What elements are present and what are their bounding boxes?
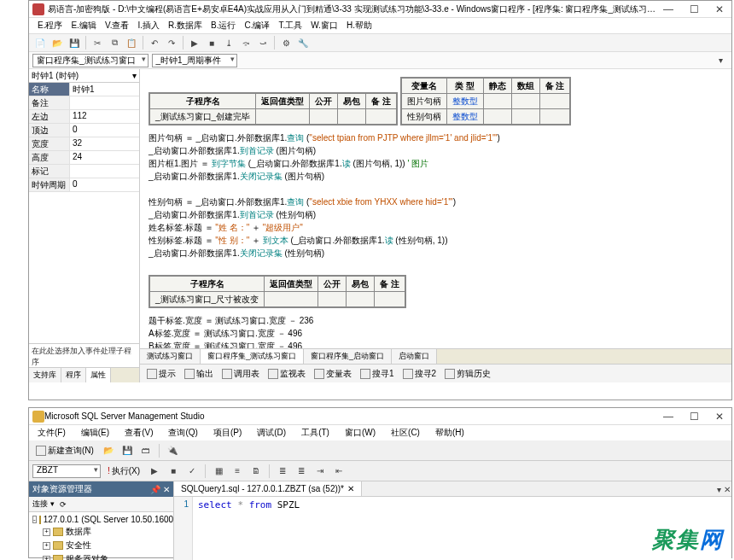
menu-tools[interactable]: 工具(T): [298, 426, 333, 440]
stepover-icon[interactable]: ⤼: [238, 35, 253, 50]
minimize-button[interactable]: —: [660, 411, 677, 423]
tab-start-module[interactable]: 窗口程序集_启动窗口: [304, 349, 392, 364]
menu-database[interactable]: R.数据库: [165, 19, 206, 32]
connect-button[interactable]: 连接 ▾: [32, 499, 55, 510]
activity-icon[interactable]: 🔌: [165, 443, 180, 458]
tab-support[interactable]: 支持库: [29, 368, 61, 382]
expand-icon[interactable]: +: [43, 542, 50, 550]
calltable-button[interactable]: 调用表: [218, 367, 263, 381]
maximize-button[interactable]: ☐: [685, 3, 702, 15]
tab-properties[interactable]: 属性: [86, 368, 111, 382]
sql-editor[interactable]: 1 select * from SPZL: [174, 497, 731, 560]
menu-program[interactable]: E.程序: [34, 19, 66, 32]
new-query-button[interactable]: 新建查询(N): [32, 444, 97, 458]
stepout-icon[interactable]: ⤻: [255, 35, 271, 50]
prop-value[interactable]: [70, 165, 139, 178]
menu-compile[interactable]: C.编译: [241, 19, 273, 32]
menu-run[interactable]: B.运行: [207, 19, 239, 32]
hint-button[interactable]: 提示: [143, 367, 179, 381]
maximize-button[interactable]: ☐: [685, 411, 702, 423]
menu-project[interactable]: 项目(P): [210, 426, 245, 440]
prop-value[interactable]: 0: [70, 124, 139, 137]
output-button[interactable]: 输出: [181, 367, 217, 381]
prop-value[interactable]: 时钟1: [70, 83, 139, 96]
clip-button[interactable]: 剪辑历史: [441, 367, 494, 381]
tool-icon[interactable]: 🔧: [295, 35, 311, 50]
paste-icon[interactable]: 📋: [124, 35, 139, 50]
cut-icon[interactable]: ✂: [90, 35, 105, 50]
grid-icon[interactable]: ▦: [211, 464, 226, 479]
combo-event[interactable]: _时钟1_周期事件: [152, 54, 237, 67]
refresh-icon[interactable]: ⟳: [60, 500, 67, 509]
save-icon[interactable]: 💾: [119, 443, 135, 458]
dropdown-icon[interactable]: ▾ ✕: [716, 481, 731, 497]
pin-icon[interactable]: 📌 ✕: [150, 485, 170, 494]
tree-security[interactable]: +安全性: [31, 539, 172, 552]
expand-icon[interactable]: +: [43, 528, 50, 536]
menu-window[interactable]: W.窗口: [307, 19, 341, 32]
stop-icon[interactable]: ■: [166, 464, 181, 479]
dropdown-icon[interactable]: ▾: [713, 53, 728, 68]
menu-community[interactable]: 社区(C): [387, 426, 423, 440]
tree-server[interactable]: -127.0.0.1 (SQL Server 10.50.1600: [31, 514, 172, 525]
menu-view[interactable]: 查看(V): [121, 426, 156, 440]
comment-icon[interactable]: ≣: [275, 464, 290, 479]
save-icon[interactable]: 💾: [67, 35, 82, 50]
outdent-icon[interactable]: ⇤: [331, 464, 347, 479]
menu-edit[interactable]: E.编辑: [67, 19, 99, 32]
prop-value[interactable]: [70, 96, 139, 109]
tab-program[interactable]: 程序: [61, 368, 86, 382]
code-editor[interactable]: 子程序名 返回值类型 公开 易包 备 注 _测试练习窗口_创建完毕 变量名 类 …: [140, 69, 731, 348]
menu-query[interactable]: 查询(Q): [165, 426, 201, 440]
menu-view[interactable]: V.查看: [102, 19, 133, 32]
uncomment-icon[interactable]: ≣: [294, 464, 309, 479]
expand-icon[interactable]: +: [43, 556, 50, 561]
redo-icon[interactable]: ↷: [164, 35, 179, 50]
close-tab-icon[interactable]: ✕: [347, 484, 354, 493]
prop-value[interactable]: 24: [70, 151, 139, 164]
collapse-icon[interactable]: -: [32, 516, 37, 523]
prop-value[interactable]: 32: [70, 137, 139, 150]
debug-icon[interactable]: ▶: [147, 464, 162, 479]
prop-value[interactable]: 0: [70, 178, 139, 191]
indent-icon[interactable]: ⇥: [312, 464, 328, 479]
tree-serverobjects[interactable]: +服务器对象: [31, 552, 172, 560]
menu-help[interactable]: H.帮助: [343, 19, 376, 32]
close-button[interactable]: ✕: [711, 411, 728, 423]
saveall-icon[interactable]: 🗃: [138, 443, 154, 458]
database-combo[interactable]: ZBZT: [32, 464, 101, 478]
component-selector[interactable]: 时钟1 (时钟): [29, 69, 139, 83]
tab-test-window[interactable]: 测试练习窗口: [140, 349, 201, 364]
combo-module[interactable]: 窗口程序集_测试练习窗口: [32, 54, 149, 67]
menu-file[interactable]: 文件(F): [34, 426, 69, 440]
stop-icon[interactable]: ■: [204, 35, 219, 50]
close-button[interactable]: ✕: [711, 3, 728, 15]
tab-test-module[interactable]: 窗口程序集_测试练习窗口: [201, 349, 304, 364]
run-icon[interactable]: ▶: [187, 35, 202, 50]
open-icon[interactable]: 📂: [50, 35, 65, 50]
find2-button[interactable]: 搜寻2: [399, 367, 440, 381]
menu-insert[interactable]: I.插入: [134, 19, 163, 32]
watch-button[interactable]: 监视表: [265, 367, 309, 381]
file-icon[interactable]: 🗎: [248, 464, 264, 479]
vartable-button[interactable]: 变量表: [311, 367, 355, 381]
new-icon[interactable]: 📄: [32, 35, 48, 50]
sql-tab[interactable]: SQLQuery1.sql - 127.0.0.1.ZBZT (sa (52))…: [174, 481, 362, 496]
sql-text[interactable]: select * from SPZL: [193, 497, 731, 560]
menu-tools[interactable]: T.工具: [275, 19, 306, 32]
menu-help[interactable]: 帮助(H): [432, 426, 468, 440]
minimize-button[interactable]: —: [660, 3, 677, 15]
menu-debug[interactable]: 调试(D): [253, 426, 289, 440]
open-icon[interactable]: 📂: [101, 443, 116, 458]
parse-icon[interactable]: ✓: [184, 464, 200, 479]
undo-icon[interactable]: ↶: [147, 35, 162, 50]
event-hint[interactable]: 在此处选择加入事件处理子程序: [29, 343, 139, 367]
menu-edit[interactable]: 编辑(E): [78, 426, 113, 440]
tree-databases[interactable]: +数据库: [31, 525, 172, 539]
build-icon[interactable]: ⚙: [278, 35, 294, 50]
menu-window[interactable]: 窗口(W): [341, 426, 379, 440]
prop-value[interactable]: 112: [70, 110, 139, 123]
copy-icon[interactable]: ⧉: [107, 35, 122, 50]
text-icon[interactable]: ≡: [230, 464, 245, 479]
find1-button[interactable]: 搜寻1: [357, 367, 398, 381]
